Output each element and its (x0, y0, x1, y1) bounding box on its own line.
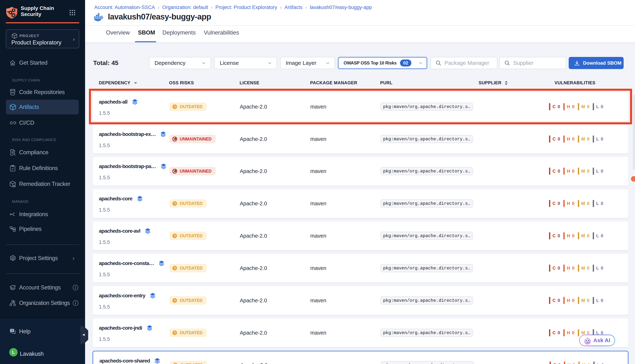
svg-text:?: ? (11, 329, 13, 332)
